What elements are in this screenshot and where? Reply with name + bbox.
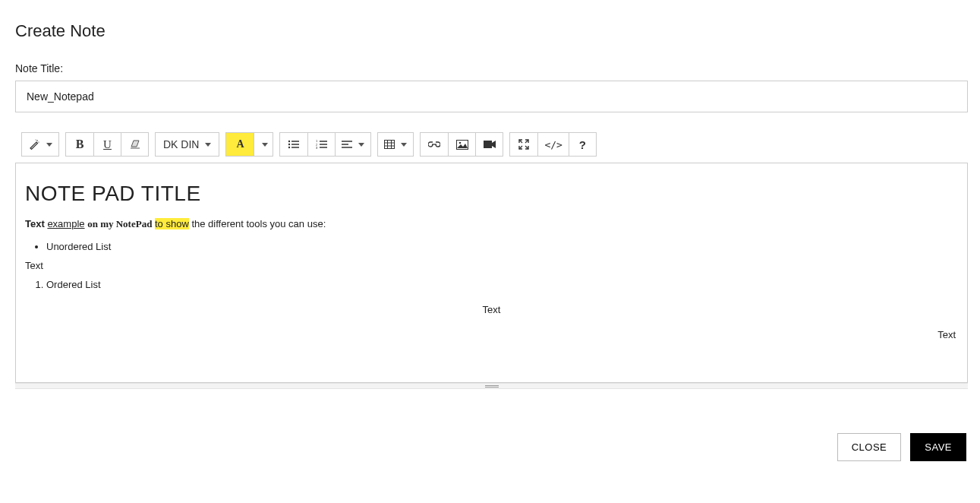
svg-point-26	[459, 141, 462, 144]
link-button[interactable]	[421, 133, 448, 156]
link-icon	[428, 141, 440, 148]
save-button[interactable]: SAVE	[910, 433, 966, 461]
intro-paragraph: Text example on my NotePad to show the d…	[25, 218, 958, 230]
bold-icon: B	[76, 138, 84, 151]
chevron-down-icon	[205, 143, 211, 147]
svg-point-6	[288, 144, 290, 145]
unordered-list: Unordered List	[46, 241, 958, 252]
eraser-icon	[129, 139, 141, 150]
text-right: Text	[25, 329, 956, 340]
eraser-button[interactable]	[121, 133, 148, 156]
video-button[interactable]	[475, 133, 503, 156]
chevron-down-icon	[262, 143, 268, 147]
font-color-button[interactable]: A	[226, 133, 254, 156]
table-icon	[384, 140, 395, 149]
svg-rect-27	[484, 141, 492, 148]
chevron-down-icon	[358, 143, 364, 147]
grip-icon	[485, 385, 499, 388]
editor-content-area[interactable]: NOTE PAD TITLE Text example on my NotePa…	[15, 163, 968, 383]
text-center: Text	[25, 304, 958, 315]
svg-point-1	[38, 141, 39, 142]
align-left-icon	[342, 140, 352, 149]
video-icon	[484, 140, 496, 149]
font-color-icon: A	[236, 138, 244, 150]
unordered-list-icon	[288, 139, 300, 150]
table-button[interactable]	[378, 133, 413, 156]
list-item: Ordered List	[46, 279, 958, 290]
note-heading: NOTE PAD TITLE	[25, 182, 958, 206]
image-icon	[456, 140, 468, 150]
text-strong: on my NotePad	[87, 218, 152, 229]
image-button[interactable]	[448, 133, 475, 156]
chevron-down-icon	[401, 143, 407, 147]
list-item: Unordered List	[46, 241, 958, 252]
ordered-list: Ordered List	[46, 279, 958, 290]
paragraph-align-button[interactable]	[335, 133, 370, 156]
help-icon: ?	[579, 138, 586, 151]
help-button[interactable]: ?	[569, 133, 596, 156]
note-title-label: Note Title:	[15, 62, 968, 74]
magic-style-button[interactable]	[22, 133, 58, 156]
svg-text:3: 3	[316, 146, 318, 150]
editor-toolbar: B U DK DIN A	[21, 132, 968, 157]
close-button[interactable]: CLOSE	[837, 433, 902, 461]
code-view-button[interactable]: </>	[537, 133, 568, 156]
fullscreen-icon	[518, 139, 529, 150]
svg-point-4	[288, 141, 290, 142]
svg-rect-19	[385, 141, 395, 149]
font-family-label: DK DIN	[163, 138, 199, 150]
bold-button[interactable]: B	[66, 133, 93, 156]
note-title-input[interactable]	[15, 81, 968, 112]
unordered-list-button[interactable]	[280, 133, 307, 156]
text-underline: example	[47, 218, 84, 229]
text-left: Text	[25, 260, 958, 271]
footer-actions: CLOSE SAVE	[15, 433, 968, 461]
font-family-select[interactable]: DK DIN	[156, 133, 219, 156]
underline-icon: U	[103, 138, 112, 151]
page-title: Create Note	[15, 21, 968, 41]
text-highlight: to show	[155, 218, 189, 229]
svg-point-8	[288, 147, 290, 148]
code-icon: </>	[544, 139, 562, 150]
fullscreen-button[interactable]	[510, 133, 537, 156]
text-plain: the different tools you can use:	[191, 218, 326, 229]
text-bold: Text	[25, 218, 45, 229]
editor-resize-handle[interactable]	[15, 383, 968, 389]
font-color-dropdown[interactable]	[254, 133, 273, 156]
svg-point-2	[36, 140, 36, 141]
underline-button[interactable]: U	[93, 133, 121, 156]
magic-wand-icon	[28, 138, 40, 150]
chevron-down-icon	[46, 143, 52, 147]
ordered-list-icon: 123	[316, 139, 328, 150]
ordered-list-button[interactable]: 123	[307, 133, 335, 156]
svg-point-0	[36, 140, 38, 141]
